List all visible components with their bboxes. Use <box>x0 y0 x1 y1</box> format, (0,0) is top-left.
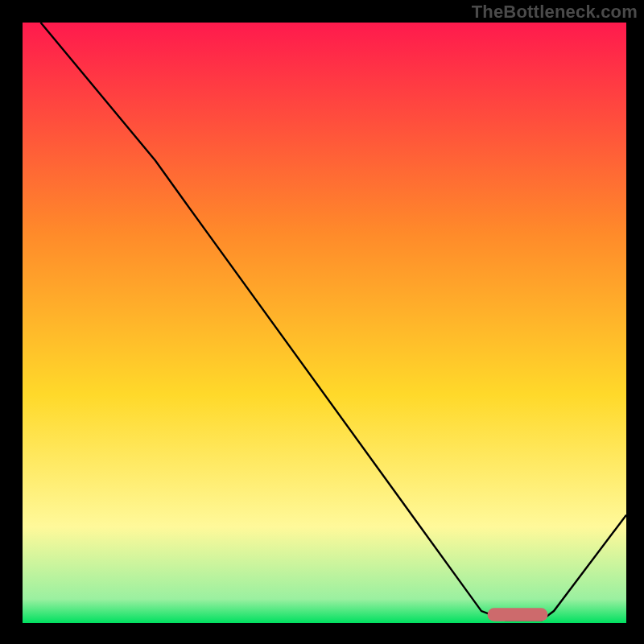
plot-area <box>23 23 626 623</box>
watermark-text: TheBottleneck.com <box>472 2 638 23</box>
optimal-range-marker <box>488 608 548 621</box>
bottleneck-chart <box>23 23 626 623</box>
chart-background <box>23 23 626 623</box>
chart-frame: TheBottleneck.com <box>0 0 644 644</box>
